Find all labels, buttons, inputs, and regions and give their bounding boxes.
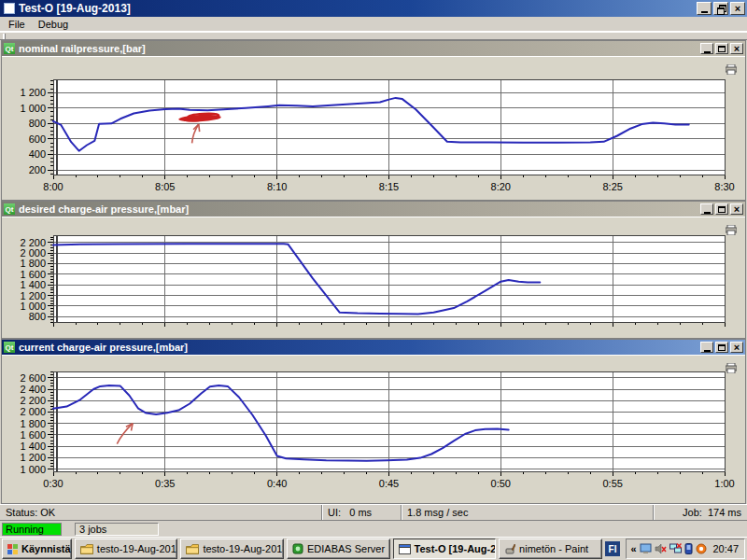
svg-text:2 200: 2 200 <box>20 395 46 406</box>
start-button[interactable]: Käynnistä <box>2 539 72 559</box>
svg-text:2 600: 2 600 <box>20 372 46 384</box>
svg-text:8:00: 8:00 <box>43 181 63 192</box>
window-titlebar: Test-O [19-Aug-2013] × <box>0 0 747 17</box>
print-icon[interactable] <box>726 222 737 232</box>
svg-text:1 400: 1 400 <box>20 279 46 290</box>
print-icon[interactable] <box>726 62 737 72</box>
taskbar-clock[interactable]: 20:47 <box>713 543 740 554</box>
svg-text:1 000: 1 000 <box>20 301 46 312</box>
panel-title: desired charge-air pressure,[mbar] <box>19 203 189 215</box>
panel-close-button[interactable]: × <box>730 342 743 353</box>
svg-text:0:45: 0:45 <box>379 478 399 489</box>
status-bar: Status: OK UI: 0 ms 1.8 msg / sec Job: 1… <box>0 504 747 520</box>
chart-panel-2: Qtdesired charge-air pressure,[mbar]×800… <box>1 201 746 339</box>
taskbar-task-2[interactable]: testo-19-Aug-2013 <box>180 539 284 559</box>
svg-text:1 800: 1 800 <box>20 418 46 429</box>
windows-flag-icon <box>7 544 18 554</box>
tray-update-icon[interactable] <box>696 543 707 554</box>
chart-svg-2: 8001 0001 2001 4001 6001 8002 0002 200 <box>2 217 745 339</box>
panel-titlebar[interactable]: Qtdesired charge-air pressure,[mbar]× <box>2 202 745 217</box>
panel-close-button[interactable]: × <box>730 43 743 54</box>
svg-text:0:55: 0:55 <box>602 478 622 489</box>
svg-text:800: 800 <box>29 311 46 322</box>
taskbar-task-5[interactable]: nimetön - Paint <box>499 539 602 559</box>
chart-svg-3: 1 0001 2001 4001 6001 8002 0002 2002 400… <box>2 356 745 504</box>
svg-text:2 000: 2 000 <box>20 247 46 259</box>
tray-expand-icon[interactable]: « <box>630 543 636 554</box>
svg-text:1 000: 1 000 <box>20 103 46 114</box>
mdi-area: Qtnominal railpressure,[bar]×20040060080… <box>0 40 747 504</box>
chart-panel-3: Qtcurrent charge-air pressure,[mbar]×1 0… <box>1 339 746 504</box>
svg-text:1 600: 1 600 <box>20 429 46 441</box>
system-tray: «20:47 <box>626 539 745 559</box>
job-row: Running 3 jobs <box>0 520 747 537</box>
panel-close-button[interactable]: × <box>730 203 743 215</box>
qt-badge-icon: Qt <box>4 203 15 215</box>
menu-bar: FileDebug <box>0 17 747 32</box>
taskbar-task-1[interactable]: testo-19-Aug-2013 <box>75 539 178 559</box>
jobs-count: 3 jobs <box>75 523 159 536</box>
svg-text:800: 800 <box>29 118 46 129</box>
svg-text:200: 200 <box>29 164 46 175</box>
svg-text:2 000: 2 000 <box>20 406 46 417</box>
tray-device-icon[interactable] <box>684 543 693 554</box>
message-rate: 1.8 msg / sec <box>402 505 654 520</box>
taskbar-task-4[interactable]: Test-O [19-Aug-20... <box>393 539 497 559</box>
svg-text:1 600: 1 600 <box>20 269 46 280</box>
language-indicator[interactable]: FI <box>605 541 621 556</box>
svg-text:0:50: 0:50 <box>491 478 511 489</box>
task-label: nimetön - Paint <box>519 543 588 554</box>
panel-maximize-button[interactable] <box>715 342 728 353</box>
svg-text:2 400: 2 400 <box>20 384 46 395</box>
qt-badge-icon: Qt <box>4 342 15 353</box>
task-label: Test-O [19-Aug-20... <box>415 543 497 554</box>
svg-text:0:40: 0:40 <box>267 478 287 489</box>
taskbar-task-3[interactable]: EDIABAS Server <box>287 539 390 559</box>
menu-item-debug[interactable]: Debug <box>32 18 75 31</box>
chart-panel-1: Qtnominal railpressure,[bar]×20040060080… <box>1 40 746 201</box>
svg-text:400: 400 <box>29 148 46 160</box>
minimize-button[interactable] <box>697 2 712 15</box>
window-title: Test-O [19-Aug-2013] <box>19 2 131 15</box>
qt-badge-icon: Qt <box>4 43 15 54</box>
svg-text:1 800: 1 800 <box>20 258 46 269</box>
print-icon[interactable] <box>726 360 737 371</box>
svg-text:1 200: 1 200 <box>20 290 46 301</box>
svg-text:0:35: 0:35 <box>155 478 175 489</box>
panel-maximize-button[interactable] <box>715 43 728 54</box>
tray-network-offline-icon[interactable] <box>669 543 682 554</box>
app-window-icon <box>399 544 411 554</box>
job-latency: Job: 174 ms <box>654 505 747 520</box>
app-window: Test-O [19-Aug-2013] × FileDebug Qtnomin… <box>0 0 747 560</box>
tray-display-icon[interactable] <box>640 543 652 554</box>
svg-text:8:15: 8:15 <box>379 181 399 192</box>
task-label: testo-19-Aug-2013 <box>203 543 284 554</box>
panel-maximize-button[interactable] <box>715 203 728 215</box>
svg-text:1 200: 1 200 <box>20 452 46 463</box>
panel-minimize-button[interactable] <box>700 203 713 215</box>
panel-titlebar[interactable]: Qtcurrent charge-air pressure,[mbar]× <box>2 340 745 355</box>
panel-minimize-button[interactable] <box>700 342 713 353</box>
app-icon <box>4 3 15 14</box>
close-button[interactable]: × <box>730 2 745 15</box>
toolbar-grip-icon[interactable] <box>3 34 6 39</box>
svg-text:8:25: 8:25 <box>602 181 622 192</box>
chart-svg-1: 2004006008001 0001 2008:008:058:108:158:… <box>2 57 745 201</box>
svg-text:1 400: 1 400 <box>20 441 46 452</box>
task-label: EDIABAS Server <box>307 543 385 554</box>
tray-audio-muted-icon[interactable] <box>655 543 667 554</box>
svg-text:8:30: 8:30 <box>714 181 734 192</box>
svg-text:2 200: 2 200 <box>20 237 46 248</box>
panel-titlebar[interactable]: Qtnominal railpressure,[bar]× <box>2 41 745 56</box>
running-indicator: Running <box>2 523 62 536</box>
svg-text:1 000: 1 000 <box>20 464 46 475</box>
folder-icon <box>80 544 93 554</box>
panel-minimize-button[interactable] <box>700 43 713 54</box>
svg-text:0:30: 0:30 <box>43 478 63 489</box>
svg-text:1 200: 1 200 <box>20 87 46 98</box>
restore-button[interactable] <box>713 2 728 15</box>
menu-item-file[interactable]: File <box>2 18 32 31</box>
status-text: Status: OK <box>0 505 322 520</box>
panel-title: nominal railpressure,[bar] <box>19 43 146 54</box>
ui-latency: UI: 0 ms <box>322 505 402 520</box>
